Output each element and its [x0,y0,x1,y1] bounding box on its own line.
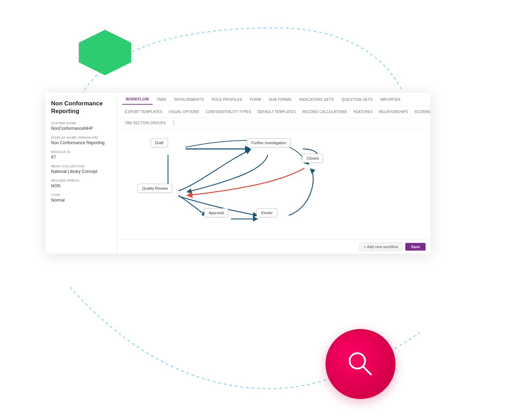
field-label-module-id: MODULE ID [51,150,111,154]
tab-indicators-sets[interactable]: INDICATORS SETS [296,94,337,104]
field-menu-collection: MENU COLLECTION National Library Concept [51,164,111,174]
svg-marker-0 [79,30,131,75]
tab-section-groups[interactable]: TAB SECTION GROUPS [122,119,169,127]
tab-relationships[interactable]: RELATIONSHIPS [376,108,411,116]
field-value-display-name: Non Conformance Reporting [51,140,111,145]
tab-involvements[interactable]: INVOLVEMENTS [170,94,207,104]
tab-sub-forms[interactable]: SUB FORMS [265,94,295,104]
field-label-system-name: SYSTEM NAME [51,121,111,125]
nav-row-2: EXPORT TEMPLATES VISUAL OPTIONS CONFIDEN… [117,106,430,118]
field-value-module-id: 67 [51,155,111,160]
node-approval-label: Approval [209,211,224,215]
tab-question-sets[interactable]: QUESTION SETS [338,94,376,104]
field-label-type: TYPE [51,193,111,197]
node-closed-label: Closed [307,156,318,160]
tab-features[interactable]: FEATURES [351,108,376,116]
field-label-menu-collection: MENU COLLECTION [51,164,111,168]
node-further-label: Further Investigaiton [251,141,286,145]
tab-default-templates[interactable]: DEFAULT TEMPLATES [254,108,299,116]
field-type: TYPE Normal [51,193,111,203]
tab-importer[interactable]: IMPORTER [377,94,404,104]
tab-workflow[interactable]: WORKFLOW [122,94,153,105]
field-system-name: SYSTEM NAME NonConformanceNHP [51,121,111,131]
node-draft[interactable]: Draft [150,138,168,147]
tab-role-profiles[interactable]: ROLE PROFILES [208,94,246,104]
more-options-button[interactable]: ⋮ [169,120,178,126]
nav-row-1: WORKFLOW TABS INVOLVEMENTS ROLE PROFILES… [117,93,430,106]
sidebar-title: Non Conformance Reporting [51,100,111,115]
field-value-system-name: NonConformanceNHP [51,126,111,131]
node-kinetic-label: Kinetic [261,211,273,215]
tab-form[interactable]: FORM [246,94,265,104]
tab-tabs[interactable]: TABS [153,94,170,104]
search-circle-decoration [326,329,396,399]
tab-confidentiality-types[interactable]: CONFIDENTIALITY TYPES [203,108,254,116]
field-value-type: Normal [51,198,111,203]
sidebar: Non Conformance Reporting SYSTEM NAME No… [46,93,117,254]
svg-line-2 [363,366,371,374]
tab-scoring[interactable]: SCORING [412,108,430,116]
main-card: Non Conformance Reporting SYSTEM NAME No… [46,93,430,254]
content-area: WORKFLOW TABS INVOLVEMENTS ROLE PROFILES… [117,93,430,254]
node-quality-review[interactable]: Quality Review [138,184,172,193]
field-record-prefix: RECORD PREFIX NON [51,179,111,188]
nav-row-3: TAB SECTION GROUPS ⋮ [117,118,430,128]
search-icon [345,348,376,380]
tab-visual-options[interactable]: VISUAL OPTIONS [166,108,202,116]
green-hexagon [77,28,133,77]
add-workflow-button[interactable]: + Add new workflow [359,243,403,251]
tab-record-calculations[interactable]: RECORD CALCULATIONS [300,108,350,116]
action-bar: + Add new workflow Save [117,239,430,254]
field-label-record-prefix: RECORD PREFIX [51,179,111,182]
node-quality-label: Quality Review [142,186,168,190]
save-button[interactable]: Save [405,243,426,251]
field-label-display-name: DISPLAY NAME (SINGULAR) [51,136,111,139]
node-kinetic[interactable]: Kinetic [257,208,277,217]
tab-export-templates[interactable]: EXPORT TEMPLATES [122,108,165,116]
node-closed[interactable]: Closed [302,154,323,163]
field-module-id: MODULE ID 67 [51,150,111,160]
node-further-investigation[interactable]: Further Investigaiton [247,138,291,147]
workflow-canvas: Draft Further Investigaiton Closed Quali… [117,128,430,239]
field-display-name: DISPLAY NAME (SINGULAR) Non Conformance … [51,136,111,145]
node-approval[interactable]: Approval [204,208,228,217]
field-value-record-prefix: NON [51,183,111,188]
node-draft-label: Draft [155,141,163,145]
field-value-menu-collection: National Library Concept [51,169,111,174]
